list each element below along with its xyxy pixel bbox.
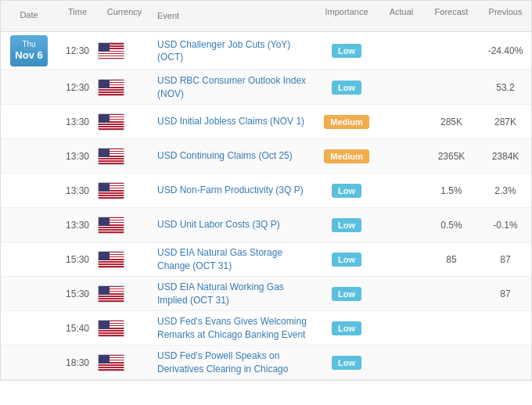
cell-previous: 287K bbox=[478, 116, 532, 127]
us-flag-icon bbox=[98, 182, 124, 199]
cell-event[interactable]: USD RBC Consumer Outlook Index (NOV) bbox=[151, 71, 315, 104]
cell-event[interactable]: USD Continuing Claims (Oct 25) bbox=[151, 146, 315, 166]
us-flag-icon bbox=[98, 320, 124, 337]
cell-previous: -24.40% bbox=[478, 45, 532, 56]
cell-date bbox=[1, 291, 57, 297]
cell-date bbox=[1, 360, 57, 366]
header-time: Time bbox=[57, 7, 98, 25]
cell-forecast: 2365K bbox=[425, 151, 478, 162]
cell-forecast: 285K bbox=[425, 116, 478, 127]
cell-importance: Low bbox=[315, 321, 378, 335]
cell-date bbox=[1, 153, 57, 159]
importance-badge: Low bbox=[332, 184, 361, 198]
cell-time: 15:40 bbox=[57, 323, 98, 334]
cell-date bbox=[1, 188, 57, 194]
cell-time: 18:30 bbox=[57, 357, 98, 368]
table-row: ThuNov 612:30USD Challenger Job Cuts (Yo… bbox=[1, 32, 531, 70]
importance-badge: Low bbox=[332, 356, 361, 370]
cell-time: 12:30 bbox=[57, 45, 98, 56]
us-flag-icon bbox=[98, 217, 124, 234]
cell-date bbox=[1, 84, 57, 91]
cell-currency bbox=[98, 148, 151, 165]
table-row: 12:30USD RBC Consumer Outlook Index (NOV… bbox=[1, 70, 531, 105]
cell-currency bbox=[98, 182, 151, 199]
table-row: 15:30USD EIA Natural Working Gas Implied… bbox=[1, 277, 531, 311]
table-row: 13:30USD Initial Jobless Claims (NOV 1)M… bbox=[1, 105, 531, 139]
cell-currency bbox=[98, 113, 151, 131]
cell-importance: Low bbox=[315, 287, 378, 301]
cell-previous: 2384K bbox=[478, 151, 532, 162]
cell-time: 12:30 bbox=[57, 82, 98, 93]
cell-date bbox=[1, 119, 57, 125]
cell-event[interactable]: USD Challenger Job Cuts (YoY) (OCT) bbox=[151, 35, 315, 68]
cell-importance: Low bbox=[315, 44, 378, 58]
flag-canton bbox=[99, 149, 110, 157]
cell-event[interactable]: USD Unit Labor Costs (3Q P) bbox=[151, 215, 315, 235]
table-row: 15:30USD EIA Natural Gas Storage Change … bbox=[1, 242, 531, 277]
flag-canton bbox=[99, 252, 110, 260]
cell-time: 15:30 bbox=[57, 254, 98, 265]
cell-forecast: 85 bbox=[425, 254, 478, 265]
cell-time: 15:30 bbox=[57, 289, 98, 299]
us-flag-icon bbox=[98, 251, 124, 268]
cell-event[interactable]: USD Initial Jobless Claims (NOV 1) bbox=[151, 112, 315, 131]
us-flag-icon bbox=[98, 113, 124, 131]
cell-previous: 87 bbox=[478, 289, 532, 299]
cell-importance: Low bbox=[315, 184, 378, 198]
us-flag-icon bbox=[98, 42, 124, 59]
header-actual: Actual bbox=[378, 7, 425, 25]
flag-canton bbox=[99, 355, 110, 364]
cell-currency bbox=[98, 320, 151, 337]
cell-previous: -0.1% bbox=[478, 220, 532, 231]
economic-calendar-table: Date Time Currency Event Importance Actu… bbox=[0, 0, 532, 381]
table-row: 15:40USD Fed's Evans Gives Welcoming Rem… bbox=[1, 311, 531, 346]
importance-badge: Low bbox=[332, 287, 361, 301]
cell-previous: 87 bbox=[478, 254, 532, 265]
cell-importance: Medium bbox=[315, 115, 378, 129]
importance-badge: Low bbox=[332, 44, 361, 58]
table-row: 13:30USD Continuing Claims (Oct 25)Mediu… bbox=[1, 139, 531, 174]
flag-canton bbox=[99, 43, 110, 52]
date-badge: ThuNov 6 bbox=[10, 35, 48, 66]
header-currency: Currency bbox=[98, 7, 151, 25]
cell-previous: 2.3% bbox=[478, 185, 532, 196]
us-flag-icon bbox=[98, 354, 124, 371]
cell-event[interactable]: USD EIA Natural Working Gas Implied (OCT… bbox=[151, 278, 315, 310]
cell-currency bbox=[98, 251, 151, 268]
importance-badge: Low bbox=[332, 218, 361, 232]
cell-time: 13:30 bbox=[57, 116, 98, 127]
cell-currency bbox=[98, 354, 151, 371]
flag-canton bbox=[99, 80, 110, 88]
flag-canton bbox=[99, 217, 110, 226]
cell-currency bbox=[98, 285, 151, 303]
cell-date bbox=[1, 325, 57, 332]
table-body: ThuNov 612:30USD Challenger Job Cuts (Yo… bbox=[1, 32, 531, 380]
flag-canton bbox=[99, 321, 110, 329]
cell-importance: Low bbox=[315, 253, 378, 267]
badge-day-name: Thu bbox=[15, 39, 43, 49]
cell-forecast: 0.5% bbox=[425, 220, 478, 231]
header-importance: Importance bbox=[315, 7, 378, 25]
header-date: Date bbox=[1, 7, 57, 25]
cell-event[interactable]: USD Non-Farm Productivity (3Q P) bbox=[151, 181, 315, 200]
cell-importance: Low bbox=[315, 356, 378, 370]
cell-currency bbox=[98, 217, 151, 234]
table-row: 13:30USD Unit Labor Costs (3Q P)Low0.5%-… bbox=[1, 208, 531, 242]
cell-date bbox=[1, 222, 57, 228]
cell-currency bbox=[98, 79, 151, 96]
cell-previous: 53.2 bbox=[478, 82, 532, 93]
cell-time: 13:30 bbox=[57, 151, 98, 162]
cell-event[interactable]: USD EIA Natural Gas Storage Change (OCT … bbox=[151, 243, 315, 276]
cell-time: 13:30 bbox=[57, 220, 98, 231]
importance-badge: Medium bbox=[324, 115, 369, 129]
header-forecast: Forecast bbox=[425, 7, 478, 25]
cell-forecast: 1.5% bbox=[425, 185, 478, 196]
table-row: 18:30USD Fed's Powell Speaks on Derivati… bbox=[1, 346, 531, 380]
cell-event[interactable]: USD Fed's Evans Gives Welcoming Remarks … bbox=[151, 312, 315, 345]
importance-badge: Low bbox=[332, 253, 361, 267]
header-event: Event bbox=[151, 7, 315, 25]
cell-importance: Low bbox=[315, 81, 378, 95]
cell-event[interactable]: USD Fed's Powell Speaks on Derivatives C… bbox=[151, 346, 315, 379]
header-previous: Previous bbox=[478, 7, 532, 25]
us-flag-icon bbox=[98, 285, 124, 303]
